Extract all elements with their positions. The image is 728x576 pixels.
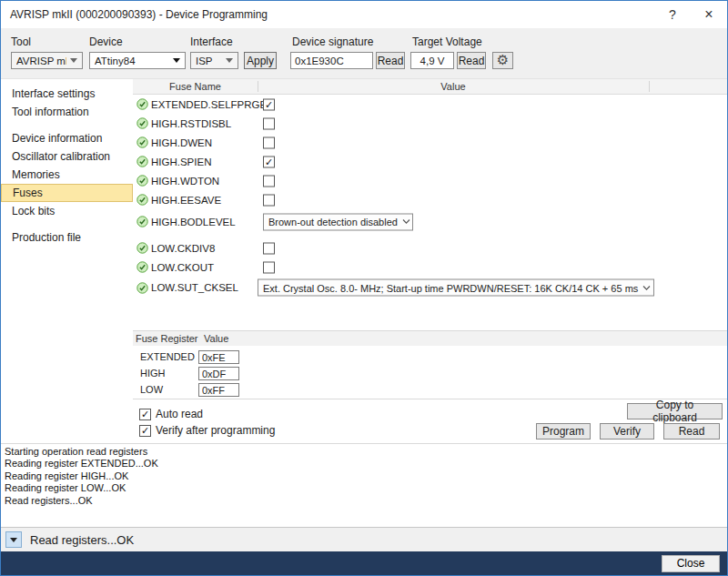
register-value-input-extended[interactable] [198,350,239,364]
check-circle-green-icon [136,117,148,129]
check-circle-green-icon [136,136,148,148]
fuse-row-high-bodlevel: HIGH.BODLEVELBrown-out detection disable… [133,209,727,234]
device-signature-input[interactable] [290,52,373,69]
fuse-name-label: HIGH.WDTON [151,176,219,187]
title-bar: AVRISP mkII (000200090393) - Device Prog… [1,1,727,28]
target-voltage-label: Target Voltage [412,35,482,48]
auto-read-label: Auto read [156,408,203,420]
chevron-down-icon [173,58,180,63]
fuse-checkbox-high-eesave[interactable] [263,194,275,206]
register-value-input-high[interactable] [198,367,239,380]
titlebar-buttons: ? × [654,1,727,28]
read-button[interactable]: Read [663,423,720,440]
chevron-down-icon [638,285,651,290]
close-button[interactable]: Close [662,555,720,572]
fuse-checkbox-high-spien[interactable]: ✓ [263,156,275,167]
fuse-name-label: LOW.CKDIV8 [151,243,215,254]
apply-button[interactable]: Apply [244,52,277,69]
fuse-name-label: HIGH.DWEN [151,137,212,148]
log-line: Read registers...OK [5,495,727,507]
fuse-checkbox-extended-selfprgen[interactable]: ✓ [263,98,275,110]
tool-label: Tool [11,35,31,48]
fuse-dropdown-value: Brown-out detection disabled [268,217,398,227]
fuse-value-slot [263,194,275,206]
log-line: Reading register HIGH...OK [5,470,727,482]
log-output: Starting operation read registersReading… [1,443,727,527]
status-bar: Read registers...OK [1,527,727,551]
help-button[interactable]: ? [654,1,691,28]
fuse-value-slot [263,242,275,254]
register-value-column-header: Value [204,331,228,346]
interface-label: Interface [190,35,233,48]
verify-after-programming-label: Verify after programming [156,424,275,437]
fuse-name-label: HIGH.EESAVE [151,195,221,206]
sidebar-item-production-file[interactable]: Production file [1,228,133,247]
verify-button[interactable]: Verify [600,423,654,440]
device-signature-read-button[interactable]: Read [376,52,405,69]
device-combobox[interactable]: ATtiny84 [89,52,186,69]
fuse-row-high-dwen: HIGH.DWEN [133,133,727,152]
value-column-header: Value [258,79,649,94]
chevron-down-icon [10,538,17,542]
sidebar: Interface settingsTool informationDevice… [1,79,133,443]
check-circle-green-icon [136,194,148,206]
chevron-down-icon [226,58,233,63]
window-close-button[interactable]: × [691,1,727,28]
fuse-row-extended-selfprgen: EXTENDED.SELFPRGEN✓ [133,95,727,114]
fuse-name-label: LOW.CKOUT [151,262,214,273]
fuse-name-label: EXTENDED.SELFPRGEN [151,99,274,110]
sidebar-item-device-information[interactable]: Device information [1,129,133,147]
fuse-dropdown-high-bodlevel[interactable]: Brown-out detection disabled [263,213,413,230]
fuse-dropdown-low-sut-cksel[interactable]: Ext. Crystal Osc. 8.0- MHz; Start-up tim… [258,279,654,297]
fuse-value-slot [263,175,275,187]
fuse-checkbox-high-dwen[interactable] [263,136,275,148]
fuse-name-label: HIGH.BODLEVEL [151,217,236,227]
auto-read-checkbox[interactable]: ✓ [139,409,151,420]
fuses-panel: Fuse Name Value EXTENDED.SELFPRGEN✓HIGH.… [133,79,727,443]
settings-button[interactable]: ⚙ [492,52,513,69]
check-circle-green-icon [136,242,148,254]
check-circle-green-icon [136,282,148,294]
check-circle-green-icon [136,156,148,167]
sidebar-item-fuses[interactable]: Fuses [1,184,133,202]
program-button[interactable]: Program [536,423,591,440]
column-divider [649,81,650,92]
check-circle-green-icon [136,216,148,227]
fuse-checkbox-low-ckout[interactable] [263,261,275,273]
fuse-checkbox-low-ckdiv8[interactable] [263,242,275,254]
chevron-down-icon [70,58,77,63]
check-circle-green-icon [136,261,148,273]
verify-after-programming-option: ✓ Verify after programming [139,424,275,437]
target-voltage-input[interactable] [410,52,454,69]
auto-read-option: ✓ Auto read [139,408,203,420]
copy-to-clipboard-button[interactable]: Copy to clipboard [627,403,723,419]
log-expand-button[interactable] [5,531,22,548]
column-divider [258,81,258,92]
fuse-register-row-high: HIGH [133,366,727,382]
sidebar-item-lock-bits[interactable]: Lock bits [1,202,133,220]
fuse-name-column-header: Fuse Name [133,79,258,94]
fuse-register-row-low: LOW [133,382,727,399]
interface-combobox[interactable]: ISP [190,52,238,69]
fuse-value-slot: Brown-out detection disabled [263,213,413,230]
fuse-row-high-wdton: HIGH.WDTON [133,171,727,190]
log-line: Starting operation read registers [5,446,727,458]
verify-after-programming-checkbox[interactable]: ✓ [139,425,151,437]
sidebar-item-interface-settings[interactable]: Interface settings [1,85,133,103]
target-voltage-read-button[interactable]: Read [457,52,486,69]
dialog-footer: Close [1,551,727,575]
status-message: Read registers...OK [30,533,134,547]
sidebar-item-memories[interactable]: Memories [1,166,133,184]
fuse-checkbox-high-rstdisbl[interactable] [263,117,275,129]
fuse-value-slot [263,117,275,129]
toolbar: Tool AVRISP mkII Device ATtiny84 Interfa… [1,28,727,79]
device-programming-dialog: AVRISP mkII (000200090393) - Device Prog… [0,0,728,576]
sidebar-item-oscillator-calibration[interactable]: Oscillator calibration [1,147,133,166]
sidebar-item-tool-information[interactable]: Tool information [1,103,133,121]
tool-combobox[interactable]: AVRISP mkII [11,52,83,69]
fuse-value-slot [263,136,275,148]
fuse-register-table: Fuse Register Value EXTENDEDHIGHLOW [133,330,727,399]
register-value-input-low[interactable] [198,383,239,397]
fuse-checkbox-high-wdton[interactable] [263,175,275,187]
device-label: Device [89,35,123,48]
